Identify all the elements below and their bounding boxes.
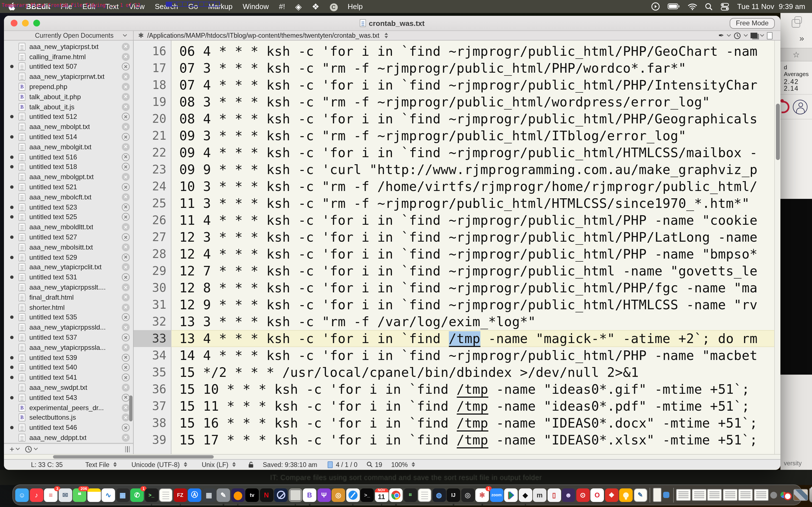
menu-item-window[interactable]: Window [238,2,274,11]
sidebar-item[interactable]: untitled text 543× [4,393,133,403]
sidebar-item[interactable]: untitled text 541× [4,373,133,383]
sidebar-item[interactable]: untitled text 537× [4,332,133,342]
menu-clock[interactable]: Tue 11 Nov9:39 am [737,2,806,11]
close-document-button[interactable]: × [122,273,130,281]
close-document-button[interactable]: × [122,303,130,311]
dock-icon-finder[interactable]: ☺ [15,488,29,502]
sidebar-item[interactable]: aaa_new_ytapicrppssla...× [4,342,133,353]
dock-icon-red-photos[interactable]: ❖ [605,488,618,502]
sidebar-item[interactable]: untitled text 531× [4,272,133,283]
marker-icon[interactable]: ✒ [718,32,724,40]
dock-icon-camera-rings[interactable]: ◎ [461,488,474,502]
sidebar-item[interactable]: untitled text 535× [4,313,133,323]
close-document-button[interactable]: × [122,183,130,191]
menu-circle-c-icon[interactable]: C [324,2,343,11]
close-document-button[interactable]: × [122,213,130,221]
dock-icon-app-store[interactable]: Ⓐ [188,488,201,502]
sidebar-item[interactable]: final_draft.html× [4,292,133,302]
close-document-button[interactable]: × [122,293,130,301]
close-document-button[interactable]: × [122,53,130,61]
close-document-button[interactable]: × [122,404,130,411]
dock-icon-reminders[interactable]: ≡3 [44,488,57,502]
dock-icon-notes[interactable] [87,488,101,502]
close-document-button[interactable]: × [122,263,130,271]
control-center-icon[interactable] [721,3,729,10]
sidebar-item[interactable]: aaa_new_mboldltt.txt× [4,222,133,232]
sidebar-item[interactable]: aaa_new_mbolsitt.txt× [4,242,133,252]
dock-icon-iterm[interactable]: >_ [360,488,374,502]
close-window-button[interactable] [11,20,17,26]
dock-icon-blocked-circle[interactable] [274,488,288,502]
sidebar-item[interactable]: aaa_new_ddppt.txt× [4,433,133,443]
dock-icon-inkscape[interactable]: ◆ [518,488,532,502]
battery-icon[interactable] [668,3,680,10]
dock-icon-chrome[interactable] [389,488,403,502]
close-document-button[interactable]: × [122,434,130,442]
dock-icon-gauge[interactable]: ⊙ [576,488,590,502]
dock-icon-orange-app[interactable]: ◎ [332,488,345,502]
sidebar-header-popup[interactable]: Currently Open Documents [4,31,134,40]
close-document-button[interactable]: × [122,233,130,241]
dock-icon-iphone-mirror[interactable]: ▯ [547,488,561,502]
dock-icon-bbedit[interactable]: B [303,488,316,502]
dock-icon-messages[interactable]: ❝206 [73,488,86,502]
spotlight-icon[interactable] [705,3,713,10]
dock-icon-mattermost[interactable]: ◍ [432,488,446,502]
sidebar-item[interactable]: aaa_new_mbolcft.txt× [4,192,133,202]
wifi-icon[interactable] [688,3,697,10]
close-document-button[interactable]: × [122,253,130,261]
dock-icon-purple-face[interactable]: ☻ [562,488,575,502]
close-document-button[interactable]: × [122,394,130,402]
close-document-button[interactable]: × [122,83,130,91]
close-document-button[interactable]: × [122,344,130,351]
dock-icon-pencil-doc[interactable]: ✎ [633,488,647,502]
close-document-button[interactable]: × [122,103,130,111]
close-document-button[interactable]: × [122,43,130,51]
vertical-scrollbar-thumb[interactable] [776,104,779,160]
dock-icon-opera[interactable]: O [591,488,604,502]
sidebar-item[interactable]: aaa_new_ytapicrprrwt.txt× [4,72,133,82]
dock-icon-podcasts[interactable]: Ψ [317,488,331,502]
sidebar-item[interactable]: untitled text 529× [4,252,133,262]
close-document-button[interactable]: × [122,323,130,331]
dock-icon-freeform[interactable]: ∿ [101,488,115,502]
recent-clock-button[interactable] [25,445,32,453]
selected-text[interactable]: /tmp [449,331,480,347]
dock-icon-trash[interactable] [809,488,812,502]
dock-icon-facetime[interactable]: ✆1 [130,488,144,502]
dock-icon-window-thumb-1[interactable] [676,489,691,501]
dock-icon-apple-tv[interactable]: tv [245,488,259,502]
close-document-button[interactable]: × [122,73,130,81]
close-document-button[interactable]: × [122,123,130,131]
dock-icon-filezilla[interactable]: FZ [173,488,187,502]
sidebar-item[interactable]: untitled text 539× [4,352,133,362]
path-link[interactable]: /tmp [456,433,488,448]
sidebar-item[interactable]: talk_about_it.php× [4,92,133,102]
sidebar-item[interactable]: aaa_new_ytapicrppsslt....× [4,282,133,292]
dock-icon-terminal[interactable]: >_ [145,488,158,502]
dock-icon-textedit[interactable] [159,488,172,502]
dock-icon-mail[interactable]: ✉ [58,488,72,502]
sidebar-item[interactable]: untitled text 527× [4,232,133,242]
close-document-button[interactable]: × [122,143,130,151]
dock-icon-triangle-app[interactable] [504,488,518,502]
dock-icon-quicktime-window[interactable] [289,488,302,502]
close-document-button[interactable]: × [122,203,130,211]
vertical-scrollbar[interactable] [774,41,780,454]
close-document-button[interactable]: × [122,374,130,381]
dock-icon-netflix[interactable]: N [260,488,273,502]
horizontal-scrollbar[interactable] [4,454,780,459]
menu-script-icon[interactable]: ◈ [290,1,307,11]
close-document-button[interactable]: × [122,363,130,372]
close-document-button[interactable]: × [122,334,130,341]
close-document-button[interactable]: × [122,153,130,161]
close-document-button[interactable]: × [122,414,130,421]
close-document-button[interactable]: × [122,113,130,121]
gear-icon[interactable]: ✱ [138,32,144,40]
history-clock-icon[interactable] [733,32,741,39]
dock-icon-window-thumb-4[interactable] [723,489,737,501]
close-document-button[interactable]: × [122,314,130,321]
menu-help[interactable]: Help [343,2,368,11]
sidebar-item[interactable]: talk_about_it.js× [4,102,133,112]
dock-icon-firefox[interactable] [231,488,245,502]
